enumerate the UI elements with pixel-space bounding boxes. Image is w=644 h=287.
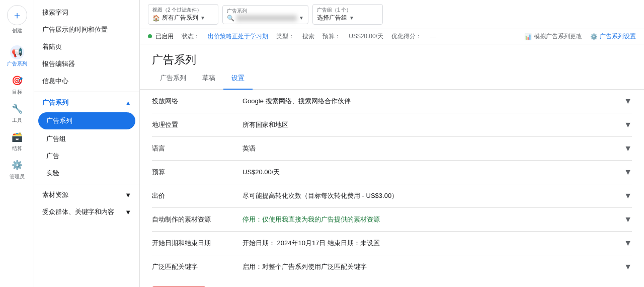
search-icon: 🔍 bbox=[227, 15, 234, 22]
create-label: 创建 bbox=[12, 27, 22, 34]
setting-row-auto-assets: 自动制作的素材资源 停用：仅使用我直接为我的广告提供的素材资源 ▼ bbox=[152, 208, 632, 232]
setting-row-network: 投放网络 Google 搜索网络、搜索网络合作伙伴 ▼ bbox=[152, 90, 632, 113]
campaign-filter-label: 广告系列 bbox=[227, 8, 304, 15]
adgroup-filter-label: 广告组（1 个） bbox=[317, 7, 354, 14]
setting-chevron-location[interactable]: ▼ bbox=[624, 120, 632, 129]
status-enabled-indicator: 已启用 bbox=[148, 32, 174, 41]
campaign-blurred-value bbox=[236, 15, 297, 21]
setting-label-bid: 出价 bbox=[152, 191, 243, 200]
budget-label: 预算： bbox=[323, 32, 341, 41]
sidebar-section-campaigns-label: 广告系列 bbox=[42, 98, 68, 107]
setting-label-network: 投放网络 bbox=[152, 97, 243, 106]
nav-item-billing[interactable]: 🗃️ 结算 bbox=[0, 127, 34, 155]
setting-label-location: 地理位置 bbox=[152, 120, 243, 129]
adgroup-dropdown-chevron: ▼ bbox=[349, 15, 354, 21]
simulate-button[interactable]: 📊 模拟广告系列更改 bbox=[524, 32, 582, 41]
setting-value-auto-assets: 停用：仅使用我直接为我的广告提供的素材资源 bbox=[243, 215, 624, 224]
chevron-up-icon: ▲ bbox=[125, 99, 131, 107]
status-label: 状态： bbox=[182, 32, 200, 41]
status-bar: 已启用 状态： 出价策略正处于学习期 类型： 搜索 预算： US$20.00/天… bbox=[140, 29, 644, 44]
view-filter-dropdown[interactable]: 视图（2 个过滤条件） 🏠 所有广告系列 ▼ bbox=[148, 4, 218, 25]
settings-table: 投放网络 Google 搜索网络、搜索网络合作伙伴 ▼ 地理位置 所有国家和地区… bbox=[140, 90, 644, 278]
sidebar-section-audiences[interactable]: 受众群体、关键字和内容 ▼ bbox=[34, 203, 139, 221]
sidebar-assets-label: 素材资源 bbox=[42, 190, 68, 199]
sidebar-item-landing-pages[interactable]: 着陆页 bbox=[34, 38, 139, 55]
campaign-filter-dropdown[interactable]: 广告系列 🔍 ▼ bbox=[222, 5, 308, 24]
nav-label-admin: 管理员 bbox=[10, 173, 25, 180]
view-filter-label: 视图（2 个过滤条件） bbox=[152, 7, 205, 14]
setting-value-network: Google 搜索网络、搜索网络合作伙伴 bbox=[243, 97, 624, 106]
setting-row-language: 语言 英语 ▼ bbox=[152, 137, 632, 161]
tools-icon: 🔧 bbox=[10, 102, 24, 116]
setting-value-language: 英语 bbox=[243, 144, 624, 153]
main-content: 视图（2 个过滤条件） 🏠 所有广告系列 ▼ 广告系列 🔍 ▼ 广告组 bbox=[140, 0, 644, 287]
status-actions: 📊 模拟广告系列更改 ⚙️ 广告系列设置 bbox=[524, 32, 636, 41]
optimize-value: — bbox=[430, 33, 436, 40]
nav-item-goals[interactable]: 🎯 目标 bbox=[0, 70, 34, 99]
sidebar-divider-1 bbox=[34, 92, 139, 92]
billing-icon: 🗃️ bbox=[10, 130, 24, 144]
sidebar-item-search-terms[interactable]: 搜索字词 bbox=[34, 4, 139, 21]
status-value[interactable]: 出价策略正处于学习期 bbox=[208, 32, 268, 41]
tab-drafts[interactable]: 草稿 bbox=[194, 67, 223, 90]
sidebar-item-ad-groups[interactable]: 广告组 bbox=[34, 130, 139, 148]
nav-label-tools: 工具 bbox=[12, 117, 22, 124]
setting-row-dates: 开始日期和结束日期 开始日期： 2024年10月17日 结束日期：未设置 ▼ bbox=[152, 232, 632, 255]
settings-icon: ⚙️ bbox=[590, 33, 598, 40]
sidebar-item-report-editor[interactable]: 报告编辑器 bbox=[34, 55, 139, 73]
setting-row-broad-match: 广泛匹配关键字 启用：对整个广告系列使用广泛匹配关键字 ▼ bbox=[152, 255, 632, 278]
setting-chevron-budget[interactable]: ▼ bbox=[624, 168, 632, 177]
type-value: 搜索 bbox=[302, 32, 314, 41]
sidebar-item-ads[interactable]: 广告 bbox=[34, 148, 139, 165]
nav-item-tools[interactable]: 🔧 工具 bbox=[0, 99, 34, 127]
sidebar-item-experiments[interactable]: 实验 bbox=[34, 165, 139, 182]
home-icon: 🏠 bbox=[152, 15, 160, 22]
setting-value-budget: US$20.00/天 bbox=[243, 168, 624, 177]
setting-label-auto-assets: 自动制作的素材资源 bbox=[152, 215, 243, 224]
setting-label-language: 语言 bbox=[152, 144, 243, 153]
setting-chevron-dates[interactable]: ▼ bbox=[624, 239, 632, 248]
type-label: 类型： bbox=[276, 32, 294, 41]
setting-label-dates: 开始日期和结束日期 bbox=[152, 239, 243, 248]
campaign-dropdown-chevron: ▼ bbox=[299, 15, 304, 21]
goals-icon: 🎯 bbox=[10, 74, 24, 88]
simulate-icon: 📊 bbox=[524, 33, 532, 40]
adgroup-filter-dropdown[interactable]: 广告组（1 个） 选择广告组 ▼ bbox=[312, 4, 383, 25]
nav-item-campaigns[interactable]: 📢 广告系列 bbox=[0, 42, 34, 70]
setting-value-bid: 尽可能提高转化次数（目标每次转化费用 - US$3.00） bbox=[243, 191, 624, 200]
admin-icon: ⚙️ bbox=[10, 158, 24, 172]
campaign-settings-button[interactable]: ⚙️ 广告系列设置 bbox=[590, 32, 636, 41]
sidebar-section-campaigns[interactable]: 广告系列 ▲ bbox=[34, 94, 139, 111]
view-filter-value: 🏠 所有广告系列 ▼ bbox=[152, 14, 205, 22]
campaign-filter-value: 🔍 ▼ bbox=[227, 15, 304, 22]
sidebar-active-campaigns[interactable]: 广告系列 bbox=[38, 112, 135, 129]
chevron-down-icon-assets: ▼ bbox=[125, 191, 131, 199]
campaigns-icon: 📢 bbox=[10, 45, 24, 59]
setting-chevron-bid[interactable]: ▼ bbox=[624, 191, 632, 200]
nav-label-billing: 结算 bbox=[12, 145, 22, 152]
setting-label-budget: 预算 bbox=[152, 168, 243, 177]
chevron-down-icon-audiences: ▼ bbox=[125, 208, 131, 216]
tab-settings[interactable]: 设置 bbox=[223, 67, 253, 90]
setting-chevron-network[interactable]: ▼ bbox=[624, 97, 632, 106]
nav-label-campaigns: 广告系列 bbox=[7, 60, 27, 67]
setting-chevron-auto-assets[interactable]: ▼ bbox=[624, 215, 632, 224]
setting-value-broad-match: 启用：对整个广告系列使用广泛匹配关键字 bbox=[243, 262, 624, 271]
left-navigation: ＋ 创建 📢 广告系列 🎯 目标 🔧 工具 🗃️ 结算 ⚙️ 管理员 bbox=[0, 0, 34, 287]
budget-value: US$20.00/天 bbox=[349, 32, 383, 41]
create-button[interactable]: ＋ bbox=[7, 5, 27, 25]
nav-label-goals: 目标 bbox=[12, 89, 22, 96]
nav-item-admin[interactable]: ⚙️ 管理员 bbox=[0, 155, 34, 183]
sidebar-audiences-label: 受众群体、关键字和内容 bbox=[42, 207, 114, 217]
tab-campaigns[interactable]: 广告系列 bbox=[152, 67, 194, 90]
sidebar-item-info-center[interactable]: 信息中心 bbox=[34, 73, 139, 90]
setting-chevron-broad-match[interactable]: ▼ bbox=[624, 262, 632, 271]
sidebar: 搜索字词 广告展示的时间和位置 着陆页 报告编辑器 信息中心 广告系列 ▲ 广告… bbox=[34, 0, 140, 287]
setting-row-bid: 出价 尽可能提高转化次数（目标每次转化费用 - US$3.00） ▼ bbox=[152, 184, 632, 208]
setting-chevron-language[interactable]: ▼ bbox=[624, 144, 632, 153]
sidebar-item-ad-schedule[interactable]: 广告展示的时间和位置 bbox=[34, 21, 139, 38]
sidebar-section-assets[interactable]: 素材资源 ▼ bbox=[34, 186, 139, 203]
setting-row-location: 地理位置 所有国家和地区 ▼ bbox=[152, 113, 632, 137]
setting-value-dates: 开始日期： 2024年10月17日 结束日期：未设置 bbox=[243, 239, 624, 248]
status-dot bbox=[148, 34, 152, 38]
